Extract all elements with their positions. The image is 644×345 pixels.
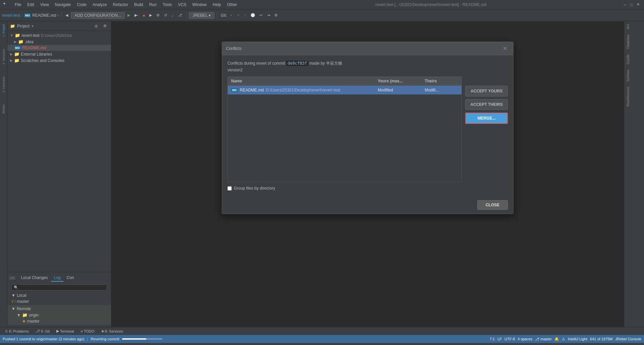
git-search-input[interactable]	[11, 284, 107, 290]
run-coverage-button[interactable]: ▶◦	[133, 12, 140, 18]
tab-todo-label: TODO	[84, 329, 95, 333]
todo-icon: ≡	[81, 329, 83, 333]
tab-services[interactable]: ◈ 8: Services	[99, 328, 125, 334]
col-theirs: Theirs	[421, 77, 462, 85]
side-tab-structure[interactable]: 2: Structure	[1, 46, 6, 67]
git-tick-button[interactable]: ✓	[235, 12, 242, 18]
right-panel-gradle[interactable]: Gradle	[624, 52, 644, 67]
chevron-down-icon: ▼	[11, 293, 15, 298]
cursor-position[interactable]: 7:1	[490, 337, 495, 341]
side-tab-project[interactable]: 1: Project	[1, 21, 6, 40]
star-icon: ★	[22, 319, 26, 324]
minimize-button[interactable]: ─	[622, 2, 628, 8]
menu-other[interactable]: Other	[224, 2, 240, 8]
group-files-checkbox[interactable]	[227, 186, 232, 191]
git-checkmark-button[interactable]: ✓	[228, 12, 234, 18]
debug-button[interactable]: ▶	[148, 12, 154, 18]
side-tab-favorites[interactable]: 2: Favorites	[1, 74, 6, 95]
stop-button[interactable]: ■	[141, 12, 147, 18]
menu-view[interactable]: View	[38, 2, 52, 8]
tree-item-root[interactable]: ▼ 📁 revert-test D:\Users\25301\De	[7, 32, 111, 39]
git-undo-button[interactable]: ↩	[258, 12, 264, 18]
sidebar-settings-button[interactable]: ⚙	[102, 23, 108, 29]
locate-file-button[interactable]: ◎	[93, 23, 100, 29]
table-row[interactable]: MD README.md D:\Users\25301\Desktop\reve…	[228, 86, 462, 94]
jrebel-dropdown[interactable]: JREBEL ▾	[189, 12, 214, 19]
sync-button[interactable]: ↺	[162, 12, 169, 18]
main-toolbar: revert-test › MD README.md › ◀ ADD CONFI…	[0, 9, 644, 21]
breadcrumb-more-icon[interactable]: ›	[57, 13, 59, 18]
bottom-toolbar: ⚠ 6: Problems ⎇ 9: Git ▶ Terminal ≡ TODO…	[0, 327, 644, 335]
accept-theirs-button[interactable]: ACCEPT THEIRS	[465, 99, 508, 110]
git-master-branch[interactable]: 🏷 master	[10, 298, 108, 304]
line-ending[interactable]: LF	[497, 337, 502, 341]
menu-code[interactable]: Code	[74, 2, 89, 8]
menu-run[interactable]: Run	[147, 2, 159, 8]
git-tab-log[interactable]: Log	[51, 274, 63, 282]
maximize-button[interactable]: □	[629, 2, 634, 8]
git-tab-local-changes[interactable]: Local Changes	[18, 274, 51, 282]
sidebar: 📁 Project ▾ ◎ ⚙ ▼ 📁 revert-test D:\Users…	[7, 21, 111, 327]
right-panel-restservices[interactable]: RestServices	[624, 84, 644, 109]
accept-yours-button[interactable]: ACCEPT YOURS	[465, 86, 508, 96]
right-panel-sciview[interactable]: SciView	[624, 67, 644, 84]
git-origin-folder[interactable]: ▼ 📁 origin	[10, 312, 108, 318]
menu-build[interactable]: Build	[131, 2, 146, 8]
tab-problems[interactable]: ⚠ 6: Problems	[3, 328, 31, 334]
menu-vcs[interactable]: VCS	[175, 2, 189, 8]
breadcrumb-project[interactable]: revert-test	[2, 13, 20, 18]
breadcrumb-file[interactable]: README.md	[32, 13, 56, 18]
git-push-button[interactable]: ↑	[243, 12, 248, 18]
menu-navigate[interactable]: Navigate	[52, 2, 73, 8]
merge-button[interactable]: MERGE...	[465, 113, 508, 124]
build-button[interactable]: ⚙	[155, 12, 161, 18]
back-button[interactable]: ◀	[64, 12, 70, 18]
menu-edit[interactable]: Edit	[24, 2, 37, 8]
tree-item-external-libs[interactable]: ▶ 📁 External Libraries	[7, 51, 111, 57]
tree-item-idea[interactable]: ▶ 📁 .idea	[7, 39, 111, 45]
project-dropdown-icon[interactable]: ▾	[32, 24, 34, 28]
menu-analyze[interactable]: Analyze	[90, 2, 110, 8]
git-branch[interactable]: ⎇ master	[535, 337, 552, 341]
run-button[interactable]: ▶	[126, 12, 132, 18]
git-history-button[interactable]: 🕐	[249, 12, 257, 18]
git-remote-header[interactable]: ▼ Remote	[10, 306, 108, 312]
menu-refactor[interactable]: Refactor	[110, 2, 131, 8]
notification-icon: 🔔	[554, 337, 559, 341]
git-local-header[interactable]: ▼ Local	[10, 292, 108, 298]
git-shelf-button[interactable]: ⇥	[265, 12, 272, 18]
project-icon: 📁	[10, 24, 15, 28]
right-panel-ant[interactable]: Ant	[624, 21, 644, 32]
update-button[interactable]: ↓	[170, 12, 175, 18]
tab-terminal[interactable]: ▶ Terminal	[54, 328, 76, 334]
conflict-table: Name Yours (mas... Theirs MD README.md D…	[227, 76, 462, 182]
tree-item-readme[interactable]: MD README.md	[7, 45, 111, 51]
tree-root-name: revert-test	[21, 33, 40, 38]
menu-help[interactable]: Help	[210, 2, 224, 8]
indent-setting[interactable]: 4 spaces	[518, 337, 532, 341]
tab-todo[interactable]: ≡ TODO	[79, 329, 97, 334]
tree-item-scratches[interactable]: ▶ 📁 Scratches and Consoles	[7, 57, 111, 64]
menu-window[interactable]: Window	[190, 2, 209, 8]
run-config-dropdown[interactable]: ADD CONFIGURATION...	[71, 12, 124, 19]
git-remote-master[interactable]: ★ master	[10, 318, 108, 324]
dialog-header: Conflicts ✕	[222, 42, 513, 55]
vcs-button[interactable]: ⎇	[176, 12, 184, 18]
tab-git[interactable]: ⎇ 9: Git	[34, 328, 52, 334]
menu-tools[interactable]: Tools	[160, 2, 175, 8]
settings-button[interactable]: ⚙	[273, 12, 279, 18]
close-button[interactable]: ✕	[635, 1, 641, 8]
conflict-desc-text: Conflicts during revert of commit	[227, 61, 285, 66]
close-dialog-button[interactable]: CLOSE	[477, 200, 508, 210]
charset[interactable]: UTF-8	[504, 337, 515, 341]
file-md-icon: MD	[231, 88, 238, 92]
ide-label[interactable]: IntelliJ Light	[568, 337, 587, 341]
dialog-close-button[interactable]: ✕	[501, 45, 509, 52]
progress-fill	[122, 338, 146, 340]
side-tab-jrebel[interactable]: JRebel	[1, 102, 6, 117]
git-tab-console[interactable]: Con	[64, 274, 77, 282]
jrebel-console-label[interactable]: JRebel Console	[615, 337, 641, 341]
status-right: 7:1 LF UTF-8 4 spaces ⎇ master 🔔 ⚠ Intel…	[490, 337, 641, 341]
right-panel-database[interactable]: Database	[624, 32, 644, 52]
menu-file[interactable]: File	[12, 2, 24, 8]
